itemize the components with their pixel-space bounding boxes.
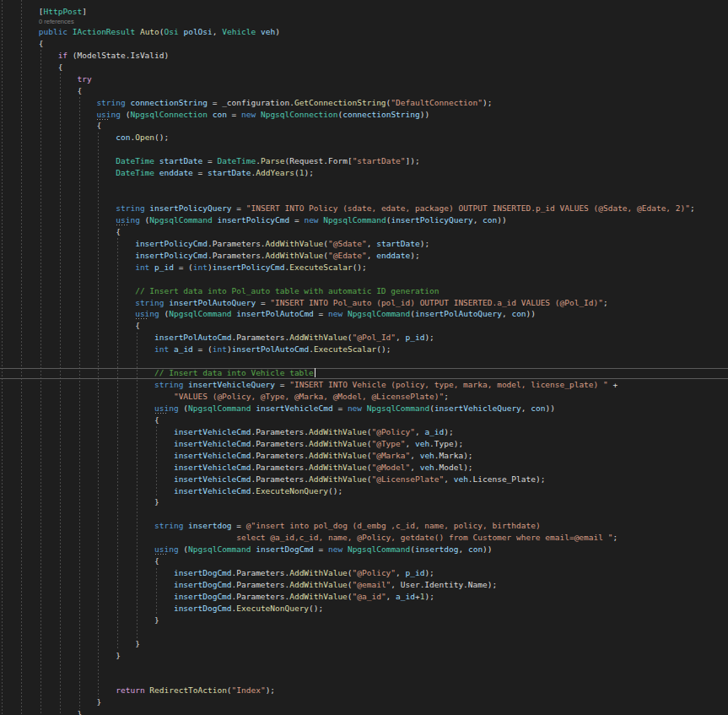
code-line[interactable]: } (0, 615, 728, 626)
code-line[interactable] (0, 144, 728, 155)
code-line[interactable] (0, 508, 728, 520)
code-line[interactable]: insertVehicleCmd.Parameters.AddWithValue… (0, 474, 728, 485)
code-line[interactable]: // Insert data into Vehicle table (0, 367, 728, 379)
code-token: "@LicensePlate" (371, 474, 444, 484)
code-line[interactable]: con.Open(); (0, 132, 728, 144)
code-token: con (116, 133, 130, 142)
indent-whitespace (0, 392, 174, 401)
code-line[interactable]: insertVehicleCmd.Parameters.AddWithValue… (0, 462, 728, 474)
code-token: "INSERT INTO Pol_auto (pol_id) OUTPUT IN… (270, 298, 603, 307)
code-token: con (511, 309, 526, 318)
code-line[interactable]: insertDogCmd.Parameters.AddWithValue("@a… (0, 591, 728, 603)
code-line[interactable] (0, 191, 728, 203)
code-token: insertDogCmd (174, 580, 232, 589)
code-line[interactable]: insertVehicleCmd.Parameters.AddWithValue… (0, 450, 728, 462)
code-line[interactable] (0, 355, 728, 367)
code-line[interactable]: using (NpgsqlCommand insertVehicleCmd = … (0, 403, 728, 414)
code-token: AddWithValue (289, 592, 348, 601)
code-token: .Parameters. (208, 251, 266, 260)
code-token: veh (454, 474, 468, 484)
code-line[interactable]: insertDogCmd.Parameters.AddWithValue("@e… (0, 579, 728, 591)
code-line[interactable]: { (0, 38, 728, 50)
code-line[interactable]: insertPolAutoCmd.Parameters.AddWithValue… (0, 332, 728, 344)
code-token: insertDogCmd (174, 568, 232, 577)
code-token: (); (353, 263, 367, 272)
code-line[interactable]: return RedirectToAction("Index"); (0, 685, 728, 696)
code-line[interactable]: insertDogCmd.ExecuteNonQuery(); (0, 603, 728, 615)
code-line[interactable]: using (NpgsqlCommand insertPolAutoCmd = … (0, 308, 728, 320)
code-line[interactable]: { (0, 120, 728, 132)
code-line[interactable]: } (0, 650, 728, 662)
code-line[interactable]: select @a_id,c_id, name, @Policy, getdat… (0, 532, 728, 544)
code-token: } (116, 651, 121, 660)
code-line[interactable]: string insertPolAutoQuery = "INSERT INTO… (0, 297, 728, 309)
code-line[interactable] (0, 274, 728, 285)
code-line[interactable]: { (0, 85, 728, 97)
code-line[interactable]: [HttpPost] (0, 6, 728, 18)
code-token: string (154, 521, 183, 530)
code-line[interactable]: } (0, 696, 728, 708)
code-line[interactable]: DateTime startDate = DateTime.Parse(Requ… (0, 155, 728, 167)
code-line[interactable]: insertVehicleCmd.Parameters.AddWithValue… (0, 426, 728, 438)
code-token: int (193, 263, 208, 272)
code-token: "@Model" (371, 463, 410, 472)
code-line[interactable]: int p_id = (int)insertPolicyCmd.ExecuteS… (0, 262, 728, 274)
code-token: ); (424, 592, 434, 601)
code-token: , (386, 592, 396, 601)
code-line[interactable]: { (0, 226, 728, 238)
code-editor[interactable]: [HttpPost]0 references public IActionRes… (0, 0, 728, 715)
code-token: ExecuteNonQuery (236, 604, 309, 613)
code-line[interactable]: if (ModelState.IsValid) (0, 50, 728, 62)
code-line[interactable] (0, 674, 728, 685)
code-token: ); (444, 427, 453, 436)
code-token: insertVehicleCmd (174, 463, 251, 472)
code-line[interactable]: { (0, 414, 728, 426)
code-token: insertPolicyCmd (135, 239, 208, 248)
code-line[interactable]: { (0, 62, 728, 73)
code-line[interactable]: } (0, 638, 728, 650)
code-token: .Parameters. (251, 451, 309, 460)
code-line[interactable] (0, 662, 728, 674)
code-token: ExecuteScalar (314, 344, 376, 354)
code-token: return (116, 685, 144, 695)
code-line[interactable]: insertDogCmd.Parameters.AddWithValue("@P… (0, 567, 728, 579)
code-token: "@Edate" (328, 251, 367, 260)
code-line[interactable]: int a_id = (int)insertPolAutoCmd.Execute… (0, 344, 728, 355)
code-token: AddWithValue (266, 251, 324, 260)
code-line[interactable]: } (0, 708, 728, 715)
code-line[interactable] (0, 626, 728, 638)
code-token: RedirectToAction (149, 685, 227, 695)
code-line[interactable]: insertVehicleCmd.Parameters.AddWithValue… (0, 438, 728, 450)
code-token: new (241, 110, 256, 119)
indent-whitespace (0, 286, 135, 295)
code-line[interactable]: { (0, 555, 728, 567)
code-line[interactable]: using (NpgsqlCommand insertDogCmd = new … (0, 544, 728, 555)
code-line[interactable]: DateTime enddate = startDate.AddYears(1)… (0, 167, 728, 179)
code-line[interactable]: string connectionString = _configuration… (0, 97, 728, 109)
indent-whitespace (0, 604, 174, 613)
code-line[interactable] (0, 179, 728, 191)
code-line[interactable]: insertPolicyCmd.Parameters.AddWithValue(… (0, 238, 728, 250)
code-line[interactable]: insertPolicyCmd.Parameters.AddWithValue(… (0, 250, 728, 262)
codelens-references[interactable]: 0 references (0, 18, 728, 26)
code-line[interactable]: { (0, 320, 728, 332)
code-line[interactable]: "VALUES (@Policy, @Type, @Marka, @Model,… (0, 391, 728, 403)
code-token: AddWithValue (289, 568, 348, 577)
code-line[interactable]: using (NpgsqlCommand insertPolicyCmd = n… (0, 214, 728, 226)
code-line[interactable]: try (0, 73, 728, 85)
code-line[interactable]: insertVehicleCmd.ExecuteNonQuery(); (0, 485, 728, 497)
code-token: , (367, 251, 376, 260)
code-token: con (531, 404, 545, 413)
indent-whitespace (0, 486, 174, 496)
code-line[interactable]: // Insert data into Pol_auto table with … (0, 285, 728, 297)
code-line[interactable]: string insertPolicyQuery = "INSERT INTO … (0, 203, 728, 214)
indent-whitespace (0, 615, 154, 625)
code-line[interactable]: } (0, 496, 728, 508)
code-token: , (415, 427, 424, 436)
code-token: , (521, 404, 531, 413)
code-line[interactable]: public IActionResult Auto(Osi polOsi, Ve… (0, 26, 728, 38)
code-line[interactable]: string insertdog = @"insert into pol_dog… (0, 520, 728, 532)
code-line[interactable]: string insertVehicleQuery = "INSERT INTO… (0, 379, 728, 391)
code-token: NpgsqlCommand (367, 404, 429, 413)
code-line[interactable]: using (NpgsqlConnection con = new Npgsql… (0, 109, 728, 121)
